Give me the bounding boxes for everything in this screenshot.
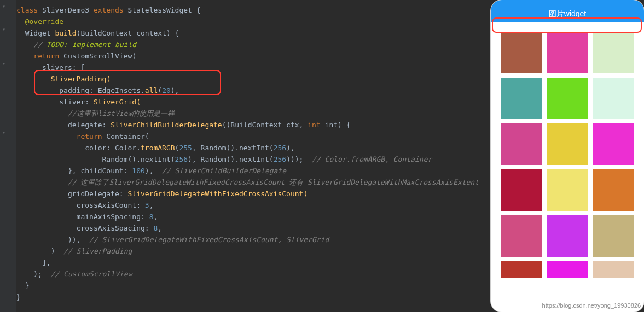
- grid-cell: [501, 169, 542, 211]
- grid-cell: [547, 123, 588, 165]
- number: 100: [132, 167, 144, 175]
- delegate: SliverChildBuilderDelegate: [111, 121, 222, 129]
- keyword: return: [77, 132, 102, 140]
- grid-cell: [547, 215, 588, 257]
- comment: // Color.fromARGB, Container: [303, 155, 432, 163]
- number: 256: [274, 155, 286, 163]
- widget: SliverGrid(: [94, 98, 141, 106]
- grid-cell: [593, 123, 634, 165]
- fn: fromARGB: [141, 144, 175, 152]
- keyword: return: [33, 52, 59, 60]
- call: Random().nextInt(: [102, 155, 175, 163]
- prop: delegate:: [68, 121, 111, 129]
- comma: ,: [153, 213, 158, 221]
- fold-icon[interactable]: ▾: [2, 26, 8, 32]
- comma: ,: [158, 224, 162, 232]
- class-name: SliverDemo3: [42, 6, 89, 14]
- grid-cell: [593, 78, 634, 119]
- number: 256: [175, 155, 188, 163]
- comment: // SliverGridDelegateWithFixedCrossAxisC…: [80, 236, 329, 244]
- prop: crossAxisCount:: [77, 201, 145, 209]
- close: )),: [68, 236, 80, 244]
- paren: ),: [145, 167, 154, 175]
- call: CustomScrollView(: [59, 52, 136, 60]
- number: 3: [145, 201, 149, 209]
- number: 20: [162, 86, 171, 95]
- paren: )));: [286, 155, 303, 163]
- number: 256: [274, 144, 286, 152]
- grid-cell: [547, 32, 588, 73]
- paren: (: [158, 86, 162, 95]
- sig: int) {: [321, 121, 351, 129]
- comment: // SliverPadding: [55, 247, 132, 255]
- grid-cell: [593, 32, 634, 73]
- widget: SliverPadding(: [51, 75, 111, 83]
- grid-cell: [547, 261, 588, 278]
- comment: // TODO: implement build: [33, 40, 136, 49]
- grid-cell: [593, 261, 634, 278]
- comment: // CustomScrollView: [42, 270, 132, 278]
- comment: // SliverChildBuilderDelegate: [153, 167, 286, 175]
- annotation: @override: [25, 17, 63, 26]
- comma: ,: [192, 144, 201, 152]
- comment: //这里和listView的使用是一样: [68, 109, 175, 117]
- app-title: 图片widget: [549, 9, 586, 18]
- keyword: class: [16, 6, 38, 14]
- watermark-text: https://blog.csdn.net/yong_19930826: [542, 302, 641, 309]
- paren: ),: [286, 144, 295, 152]
- fold-icon[interactable]: ▾: [2, 3, 8, 9]
- type: int: [308, 121, 320, 129]
- grid-cell: [593, 215, 634, 257]
- close: ],: [42, 258, 51, 267]
- grid-cell: [501, 261, 542, 278]
- code-content[interactable]: class SliverDemo3 extends StatelessWidge…: [16, 2, 492, 303]
- grid-cell: [593, 169, 634, 211]
- brace: {: [192, 6, 201, 14]
- prop: crossAxisSpacing:: [77, 224, 154, 232]
- comma: ,: [149, 201, 154, 209]
- brace: }: [25, 281, 30, 290]
- return-type: Widget: [25, 29, 51, 37]
- phone-preview: 图片widget https://blog.csdn.net/yong_1993…: [491, 0, 644, 312]
- prop: padding: EdgeInsets.: [59, 86, 145, 95]
- prop: color: Color.: [85, 144, 141, 152]
- comment: // 这里除了SliverGridDelegateWithFixedCrossA…: [68, 178, 479, 186]
- grid-cell: [501, 123, 542, 165]
- code-editor[interactable]: ▾ ▾ ▾ ▾ class SliverDemo3 extends Statel…: [0, 0, 492, 312]
- close: );: [33, 270, 42, 278]
- editor-gutter: ▾ ▾ ▾ ▾: [0, 0, 16, 312]
- prop: sliver:: [59, 98, 94, 106]
- param: slivers: [: [42, 63, 85, 72]
- brace: }: [16, 293, 21, 301]
- delegate: SliverGridDelegateWithFixedCrossAxisCoun…: [128, 190, 308, 198]
- super-class: StatelessWidget: [128, 6, 192, 14]
- fn: all: [145, 86, 158, 95]
- call: Random().nextInt(: [201, 144, 274, 152]
- close: }, childCount:: [68, 167, 132, 175]
- phone-body[interactable]: [491, 22, 644, 278]
- fold-icon[interactable]: ▾: [2, 61, 8, 66]
- paren: ),: [171, 86, 179, 95]
- grid-cell: [547, 78, 588, 119]
- call: ), Random().nextInt(: [188, 155, 274, 163]
- grid-cell: [501, 215, 542, 257]
- sig: ((BuildContext ctx,: [222, 121, 308, 129]
- prop: gridDelegate:: [68, 190, 128, 198]
- keyword: extends: [94, 6, 124, 14]
- call: Container(: [102, 132, 149, 140]
- color-grid[interactable]: [501, 32, 634, 278]
- grid-cell: [501, 78, 542, 119]
- grid-cell: [501, 32, 542, 73]
- signature: (BuildContext context) {: [77, 29, 179, 37]
- number: 255: [179, 144, 192, 152]
- method-name: build: [55, 29, 76, 37]
- prop: mainAxisSpacing:: [77, 213, 149, 221]
- app-bar: 图片widget: [491, 0, 644, 22]
- fold-icon[interactable]: ▾: [2, 129, 8, 135]
- grid-cell: [547, 169, 588, 211]
